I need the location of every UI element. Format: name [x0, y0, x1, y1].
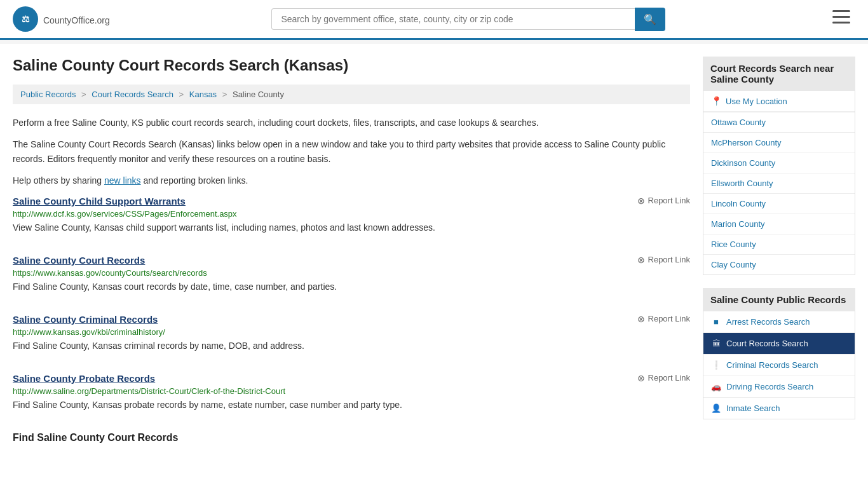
find-section-title: Find Saline County Court Records: [13, 432, 690, 444]
record-header-2: Saline County Criminal Records ⊗ Report …: [13, 314, 690, 325]
record-url-1: https://www.kansas.gov/countyCourts/sear…: [13, 268, 690, 278]
report-link-0[interactable]: ⊗ Report Link: [637, 196, 690, 206]
report-icon-3: ⊗: [637, 373, 645, 383]
report-link-1[interactable]: ⊗ Report Link: [637, 255, 690, 265]
public-rec-item-0[interactable]: ■Arrest Records Search: [703, 311, 855, 333]
intro-paragraph-3: Help others by sharing new links and rep…: [13, 173, 690, 187]
record-header-0: Saline County Child Support Warrants ⊗ R…: [13, 196, 690, 207]
public-records-list: ■Arrest Records Search🏛Court Records Sea…: [703, 311, 855, 419]
report-label-3: Report Link: [648, 373, 690, 383]
rec-icon-4: 👤: [711, 403, 721, 413]
report-label-1: Report Link: [648, 255, 690, 264]
search-icon: 🔍: [644, 14, 656, 25]
record-desc-0: View Saline County, Kansas child support…: [13, 221, 690, 234]
nearby-title: Court Records Search near Saline County: [703, 57, 855, 91]
record-title-2[interactable]: Saline County Criminal Records: [13, 314, 158, 325]
nearby-dickinson[interactable]: Dickinson County: [703, 153, 855, 173]
report-label-2: Report Link: [648, 314, 690, 323]
rec-label-0: Arrest Records Search: [726, 317, 810, 327]
logo-icon: ⚖: [13, 6, 38, 32]
rec-label-1: Court Records Search: [726, 339, 808, 348]
report-icon-2: ⊗: [637, 314, 645, 324]
rec-icon-0: ■: [711, 317, 721, 327]
use-location-label: Use My Location: [726, 97, 787, 106]
nearby-section: Court Records Search near Saline County …: [703, 57, 855, 275]
breadcrumb-public-records[interactable]: Public Records: [20, 90, 76, 99]
public-rec-item-2[interactable]: ❕Criminal Records Search: [703, 355, 855, 376]
search-button[interactable]: 🔍: [635, 8, 665, 31]
search-bar: 🔍: [271, 8, 665, 31]
public-records-title: Saline County Public Records: [703, 288, 855, 311]
sidebar: Court Records Search near Saline County …: [703, 57, 855, 444]
record-url-2: http://www.kansas.gov/kbi/criminalhistor…: [13, 327, 690, 337]
rec-icon-2: ❕: [711, 360, 721, 370]
nearby-ottawa[interactable]: Ottawa County: [703, 112, 855, 133]
record-entry-0: Saline County Child Support Warrants ⊗ R…: [13, 196, 690, 240]
report-icon-1: ⊗: [637, 255, 645, 265]
public-rec-item-1[interactable]: 🏛Court Records Search: [703, 333, 855, 355]
public-rec-link-2[interactable]: ❕Criminal Records Search: [703, 355, 855, 376]
nearby-mcpherson[interactable]: McPherson County: [703, 133, 855, 153]
logo-text: CountyOffice.org: [43, 12, 110, 27]
intro-paragraph-1: Perform a free Saline County, KS public …: [13, 116, 690, 130]
breadcrumb-kansas[interactable]: Kansas: [189, 90, 217, 99]
svg-text:⚖: ⚖: [22, 14, 30, 24]
rec-icon-1: 🏛: [711, 339, 721, 348]
rec-label-4: Inmate Search: [726, 403, 780, 413]
record-title-3[interactable]: Saline County Probate Records: [13, 373, 155, 384]
report-icon-0: ⊗: [637, 196, 645, 206]
breadcrumb-court-records-search[interactable]: Court Records Search: [92, 90, 173, 99]
record-desc-2: Find Saline County, Kansas criminal reco…: [13, 339, 690, 353]
record-list: Saline County Child Support Warrants ⊗ R…: [13, 196, 690, 417]
content-area: Saline County Court Records Search (Kans…: [13, 57, 690, 444]
record-title-0[interactable]: Saline County Child Support Warrants: [13, 196, 186, 207]
record-entry-1: Saline County Court Records ⊗ Report Lin…: [13, 255, 690, 299]
breadcrumb: Public Records > Court Records Search > …: [13, 85, 690, 104]
rec-label-2: Criminal Records Search: [726, 360, 818, 370]
svg-rect-3: [832, 16, 850, 18]
record-url-0: http://www.dcf.ks.gov/services/CSS/Pages…: [13, 209, 690, 219]
nearby-ellsworth[interactable]: Ellsworth County: [703, 173, 855, 194]
nearby-list: 📍 Use My Location Ottawa County McPherso…: [703, 91, 855, 275]
menu-button[interactable]: [827, 8, 855, 30]
nearby-clay[interactable]: Clay County: [703, 255, 855, 274]
intro-paragraph-2: The Saline County Court Records Search (…: [13, 137, 690, 166]
rec-icon-3: 🚗: [711, 382, 721, 391]
page-title: Saline County Court Records Search (Kans…: [13, 57, 690, 74]
svg-rect-2: [832, 10, 850, 12]
public-rec-item-3[interactable]: 🚗Driving Records Search: [703, 376, 855, 398]
main-container: Saline County Court Records Search (Kans…: [0, 44, 868, 456]
nearby-lincoln[interactable]: Lincoln County: [703, 194, 855, 214]
public-rec-link-4[interactable]: 👤Inmate Search: [703, 398, 855, 419]
record-desc-1: Find Saline County, Kansas court records…: [13, 280, 690, 294]
public-rec-link-0[interactable]: ■Arrest Records Search: [703, 311, 855, 332]
breadcrumb-saline-county: Saline County: [233, 90, 284, 99]
report-link-2[interactable]: ⊗ Report Link: [637, 314, 690, 324]
public-rec-link-3[interactable]: 🚗Driving Records Search: [703, 376, 855, 397]
search-input[interactable]: [271, 8, 635, 30]
record-desc-3: Find Saline County, Kansas probate recor…: [13, 398, 690, 412]
record-url-3: http://www.saline.org/Departments/Distri…: [13, 386, 690, 396]
report-link-3[interactable]: ⊗ Report Link: [637, 373, 690, 383]
record-title-1[interactable]: Saline County Court Records: [13, 255, 145, 266]
svg-rect-4: [832, 22, 850, 24]
new-links-link[interactable]: new links: [104, 175, 141, 186]
logo-area: ⚖ CountyOffice.org: [13, 6, 110, 32]
nearby-marion[interactable]: Marion County: [703, 214, 855, 234]
header: ⚖ CountyOffice.org 🔍: [0, 0, 868, 40]
pin-icon: 📍: [711, 96, 722, 106]
public-rec-link-1[interactable]: 🏛Court Records Search: [703, 333, 855, 354]
report-label-0: Report Link: [648, 196, 690, 205]
public-rec-item-4[interactable]: 👤Inmate Search: [703, 398, 855, 419]
record-entry-2: Saline County Criminal Records ⊗ Report …: [13, 314, 690, 358]
public-records-section: Saline County Public Records ■Arrest Rec…: [703, 288, 855, 419]
record-header-1: Saline County Court Records ⊗ Report Lin…: [13, 255, 690, 266]
rec-label-3: Driving Records Search: [726, 382, 813, 391]
nearby-rice[interactable]: Rice County: [703, 234, 855, 255]
record-entry-3: Saline County Probate Records ⊗ Report L…: [13, 373, 690, 417]
record-header-3: Saline County Probate Records ⊗ Report L…: [13, 373, 690, 384]
use-location-item[interactable]: 📍 Use My Location: [703, 91, 855, 112]
